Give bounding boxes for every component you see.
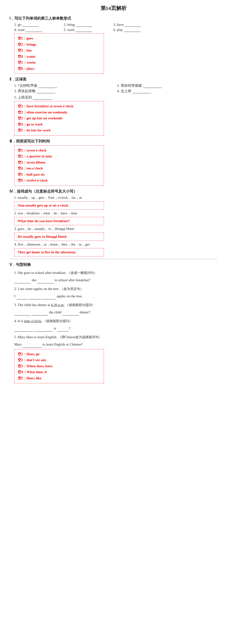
- section4-title: Ⅳ．连词成句（注意标点符号及大小写）: [10, 189, 218, 194]
- s5-ans3: 空3：When does; have: [18, 363, 100, 370]
- s5-q1-note: （改成一般疑问句）: [67, 271, 97, 274]
- s5-q2-template: I apples on the tree.: [14, 293, 218, 300]
- s4-q2-num: 2.: [14, 211, 18, 215]
- s3-ans5: 空5：half past six: [18, 172, 100, 178]
- s5-ans2: 空2：don't see any: [18, 357, 100, 363]
- s2-ans1: 空1：have breakfast at seven o'clock: [18, 103, 100, 110]
- q5-blank: [76, 28, 92, 32]
- s5-q5: 5. Mary likes to learn English. （用Chines…: [14, 334, 218, 348]
- s5-ans4: 空4：What time; it: [18, 369, 100, 375]
- section2-questions: 1. 7点钟吃早饭 2. 周末经常锻炼 3. 周末起床晚 4. 去上班: [14, 84, 218, 93]
- s5-q4-template: is ?: [14, 325, 218, 332]
- s1-ans1: 空1：goes: [18, 36, 100, 42]
- s1-ans6: 空6：plays: [18, 66, 100, 72]
- page-title: 第14页解析: [10, 5, 218, 12]
- section1-questions: 1. go 2. bring 3. have: [14, 22, 218, 27]
- s5-q2-note: （改为否定句）: [60, 287, 84, 291]
- q5-item: 5. work: [64, 28, 106, 32]
- s5-q1-template: she to school after breakfast?: [14, 277, 218, 283]
- s2-q3-blank: [36, 89, 55, 93]
- s4-q4-row: 4. five，afternoon，at，home，they，the，in，ge…: [14, 242, 218, 247]
- s2-ans3: 空3：get up late on weekends: [18, 115, 100, 122]
- q6-item: 6. play: [114, 28, 156, 32]
- s5-ans5: 空5：Does; like: [18, 375, 100, 382]
- q1-item: 1. go: [14, 22, 57, 27]
- s2-q4: 4. 去上班: [117, 89, 218, 93]
- section1-title: Ⅰ．写出下列单词的第三人称单数形式: [10, 16, 218, 21]
- s4-q3-row: 3. goes，he，usually，to，Hongqi Hotel: [14, 227, 218, 231]
- s3-ans2: 空2：a quarter to nine: [18, 154, 100, 160]
- s5-q1-blank2: [37, 279, 54, 283]
- s5-q1-original: 1. She goes to school after breakfast. （…: [14, 270, 218, 276]
- s5-q3: 3. The child has dinner at 6:30 p.m. （就画…: [14, 302, 218, 316]
- s5-q4-blank1: [14, 327, 33, 332]
- s1-ans4: 空4：wants: [18, 54, 100, 60]
- s5-q4-original: 4. It is nine o'clock. （就画线部分提问）: [14, 318, 218, 324]
- s2-ans4: 空4：go to work: [18, 122, 100, 128]
- section3-title: Ⅲ．用英语写出下列时间: [10, 139, 218, 144]
- s3-ans3: 空3：seven fifteen: [18, 160, 100, 166]
- q2-blank: [76, 22, 92, 27]
- s4-q4-num: 4.: [14, 242, 18, 246]
- q4-item: 4. want: [14, 28, 57, 32]
- s2-ans2: 空2：often exercise on weekends: [18, 110, 100, 116]
- s4-q2-answer: What time do you have breakfast?: [18, 219, 70, 223]
- section5-answers: 空1：Does; go 空2：don't see any 空3：When doe…: [14, 349, 104, 384]
- s5-q4-underline: nine o'clock.: [24, 319, 42, 323]
- s5-q2-blank3: [42, 295, 56, 300]
- s5-q3-template: the child dinner?: [14, 309, 218, 316]
- s5-q4-blank2: [34, 327, 53, 332]
- s2-q5: 5. 上班迟到: [14, 95, 218, 100]
- section2-answers: 空1：have breakfast at seven o'clock 空2：of…: [14, 101, 104, 136]
- s2-ans5: 空5：be late for work: [18, 128, 100, 134]
- s5-q2: 2. I see some apples on the tree. （改为否定句…: [14, 286, 218, 300]
- s5-q1: 1. She goes to school after breakfast. （…: [14, 270, 218, 283]
- q3-item: 3. have: [114, 22, 156, 27]
- s5-q5-note: （用Chinese改为选择疑问句）: [58, 335, 102, 339]
- s2-q4-blank: [132, 89, 151, 93]
- s5-q2-original: 2. I see some apples on the tree. （改为否定句…: [14, 286, 218, 292]
- s5-ans1: 空1：Does; go: [18, 351, 100, 357]
- q3-blank: [124, 22, 141, 27]
- s4-q1-answer-box: Tom usually gets up at six o'clock.: [14, 201, 104, 210]
- s5-q3-note: （就画线部分提问）: [66, 303, 95, 307]
- s5-q3-original: 3. The child has dinner at 6:30 p.m. （就画…: [14, 302, 218, 308]
- section3-answers: 空1：seven o'clock 空2：a quarter to nine 空3…: [14, 145, 104, 186]
- s4-q2-answer-box: What time do you have breakfast?: [14, 217, 104, 225]
- s4-q1-answer: Tom usually gets up at six o'clock.: [18, 204, 69, 207]
- s5-q3-underline: 6:30 p.m.: [51, 303, 64, 307]
- s1-ans2: 空2：brings: [18, 42, 100, 48]
- s5-q4: 4. It is nine o'clock. （就画线部分提问） is ?: [14, 318, 218, 332]
- section5-title: Ⅴ．句型转换: [10, 262, 218, 267]
- s2-q2: 2. 周末经常锻炼: [117, 84, 218, 88]
- s5-q5-template: Mary to learn English or Chinese?: [14, 341, 218, 348]
- s4-q4-words: five，afternoon，at，home，they，the，in，get: [18, 242, 90, 246]
- s2-q1: 1. 7点钟吃早饭: [14, 84, 115, 88]
- divider: [10, 259, 218, 259]
- s5-q3-blank3: [62, 311, 79, 316]
- s5-q4-blank3: [57, 327, 69, 332]
- s4-q2-words: you，breakfast，what，do，have，time: [18, 211, 77, 215]
- s5-q2-blank1: [16, 295, 28, 300]
- s5-q4-note: （就画线部分提问）: [43, 319, 72, 323]
- s4-q3-answer: He usually goes to Hongqi Hotel.: [18, 235, 67, 238]
- s5-q5-original: 5. Mary likes to learn English. （用Chines…: [14, 334, 218, 340]
- s2-q2-blank: [143, 84, 162, 88]
- s4-q1-num: 1.: [14, 196, 18, 200]
- s3-ans4: 空4：ten o'clock: [18, 166, 100, 172]
- s5-q3-blank2: [32, 311, 48, 316]
- s2-q1-blank: [38, 84, 57, 88]
- s4-q2-row: 2. you，breakfast，what，do，have，time: [14, 211, 218, 216]
- s5-q1-blank1: [14, 279, 31, 283]
- s1-ans5: 空5：works: [18, 60, 100, 66]
- q2-item: 2. bring: [64, 22, 106, 27]
- q6-blank: [124, 28, 140, 32]
- s4-q3-num: 3.: [14, 227, 18, 231]
- s1-ans3: 空3：has: [18, 48, 100, 54]
- s4-q4-answer-box: They get home at five in the afternoon.: [14, 248, 104, 256]
- s4-q3-words: goes，he，usually，to，Hongqi Hotel: [18, 227, 74, 231]
- q1-blank: [22, 22, 39, 27]
- s4-q1-words: usually，up，gets，Tom，o'clock，six，at: [18, 196, 82, 200]
- s3-ans1: 空1：seven o'clock: [18, 148, 100, 154]
- section1-questions-row2: 4. want 5. work 6. play: [14, 28, 218, 32]
